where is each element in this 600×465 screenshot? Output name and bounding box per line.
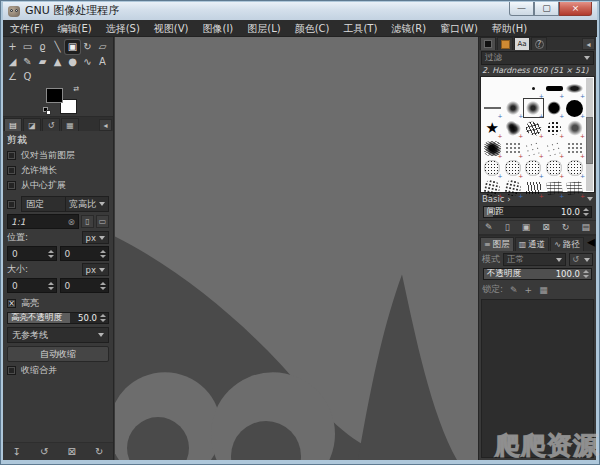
menu-item-0[interactable]: 文件(F) — [3, 20, 51, 37]
scrollbar-thumb[interactable] — [586, 117, 593, 164]
titlebar[interactable]: GNU 图像处理程序 — ▢ × — [3, 2, 597, 20]
brush-charcoal[interactable]: + — [482, 138, 503, 158]
aspect-ratio-input[interactable]: 1:1 ⊗ — [7, 214, 79, 229]
delete-brush-button[interactable]: ⊠ — [542, 222, 550, 232]
brush-empty-cell[interactable] — [503, 78, 524, 98]
text-tool-button[interactable]: A — [95, 55, 110, 69]
checkbox-allow-growing[interactable]: 允许增长 — [3, 163, 113, 178]
canvas-area[interactable] — [115, 37, 481, 460]
crop-tool-button[interactable]: ▣ — [65, 40, 80, 54]
aspect-ratio-dropdown[interactable]: 宽高比 — [65, 197, 108, 211]
brush-spray[interactable]: + — [564, 138, 585, 158]
lock-pixels-button[interactable]: ✎ — [510, 285, 518, 295]
checkbox-shrink-merged[interactable]: 收缩合并 — [3, 363, 113, 378]
brush-spray[interactable]: + — [503, 138, 524, 158]
tab-patterns[interactable] — [497, 37, 513, 50]
highlight-opacity-slider[interactable]: 高亮不透明度 50.0 — [7, 312, 109, 324]
brush-bar[interactable]: + — [544, 78, 565, 98]
tab-paths[interactable]: ∿ 路径 — [550, 237, 584, 251]
brush-soft1[interactable]: + — [523, 98, 544, 118]
menu-item-7[interactable]: 工具(T) — [336, 20, 384, 37]
default-colors-icon[interactable] — [43, 107, 51, 115]
lock-alpha-button[interactable]: ▦ — [539, 285, 548, 295]
gradient-tool-button[interactable]: ▲ — [50, 55, 65, 69]
position-y-spinner[interactable]: 0 — [60, 246, 110, 261]
menu-item-2[interactable]: 选择(S) — [99, 20, 147, 37]
brush-specks[interactable]: + — [523, 138, 544, 158]
brush-texcircle[interactable]: + — [503, 158, 524, 178]
tab-document-history[interactable]: ? — [531, 37, 547, 50]
delete-saved-settings-button[interactable]: ⊠ — [64, 446, 80, 457]
foreground-color-swatch[interactable] — [46, 88, 63, 103]
size-unit-dropdown[interactable]: px — [82, 263, 109, 276]
landscape-orientation-button[interactable]: ▭ — [96, 215, 109, 228]
menu-item-9[interactable]: 窗口(W) — [433, 20, 485, 37]
size-width-spinner[interactable]: 0 — [7, 278, 57, 293]
edit-brush-button[interactable]: ✎ — [485, 222, 493, 232]
brush-soft1[interactable]: + — [503, 98, 524, 118]
menu-item-8[interactable]: 滤镜(R) — [384, 20, 433, 37]
checkbox-box[interactable] — [7, 151, 16, 160]
brush-texcircle[interactable]: + — [544, 158, 565, 178]
guides-dropdown[interactable]: 无参考线 — [7, 327, 109, 343]
swap-colors-icon[interactable]: ⇄ — [73, 86, 79, 93]
brush-filter-input[interactable]: 过滤 — [481, 51, 594, 65]
pencil-tool-button[interactable]: ✎ — [20, 55, 35, 69]
brush-grass[interactable]: + — [523, 178, 544, 198]
refresh-brushes-button[interactable]: ↻ — [562, 222, 570, 232]
brush-grid-scrollbar[interactable] — [586, 78, 593, 191]
dock-collapse-button[interactable]: ◂ — [99, 119, 112, 131]
brush-sketch[interactable]: + — [564, 178, 585, 198]
checkbox-current-layer-only[interactable]: 仅对当前图层 — [3, 148, 113, 163]
new-brush-button[interactable]: ▯ — [505, 222, 510, 232]
position-unit-dropdown[interactable]: px — [82, 231, 109, 244]
checkbox-highlight[interactable]: × 高亮 — [3, 294, 113, 311]
dock-collapse-button[interactable]: ◂ — [587, 232, 595, 251]
auto-shrink-button[interactable]: 自动收缩 — [7, 346, 109, 362]
checkbox-box-checked[interactable]: × — [7, 299, 16, 308]
checkbox-box[interactable] — [7, 366, 16, 375]
dock-collapse-button[interactable]: ◂ — [582, 38, 595, 50]
fixed-control[interactable]: 固定 宽高比 — [21, 196, 109, 212]
measure-tool-button[interactable]: ∠ — [5, 70, 20, 84]
menu-item-1[interactable]: 编辑(E) — [51, 20, 99, 37]
open-brush-as-image-button[interactable]: ▤ — [581, 222, 590, 232]
undo-history-tab[interactable]: ↺ — [42, 118, 60, 131]
eraser-tool-button[interactable]: ▰ — [35, 55, 50, 69]
minimize-button[interactable]: — — [509, 2, 534, 16]
brush-tinydot[interactable]: + — [523, 78, 544, 98]
mode-switch-button[interactable]: ↺ — [569, 253, 593, 266]
brush-empty-cell[interactable] — [482, 78, 503, 98]
layer-mode-dropdown[interactable]: 正常 — [503, 253, 566, 266]
device-status-tab[interactable]: ◪ — [23, 118, 41, 131]
menu-item-6[interactable]: 颜色(C) — [288, 20, 337, 37]
fixed-checkbox[interactable] — [7, 200, 16, 209]
brush-splatter[interactable]: + — [544, 118, 565, 138]
transform-tool-button[interactable]: ↻ — [80, 40, 95, 54]
move-tool-button[interactable]: + — [5, 40, 20, 54]
rectangle-select-tool-button[interactable]: ▭ — [20, 40, 35, 54]
checkbox-box[interactable] — [7, 181, 16, 190]
menu-item-4[interactable]: 图像(I) — [196, 20, 241, 37]
zoom-tool-button[interactable]: Q — [20, 70, 35, 84]
bucket-fill-tool-button[interactable]: ◢ — [5, 55, 20, 69]
tab-brushes[interactable] — [480, 37, 496, 50]
brush-star[interactable]: ★+ — [482, 118, 503, 138]
menu-item-5[interactable]: 图层(L) — [240, 20, 287, 37]
checkbox-box[interactable] — [7, 166, 16, 175]
close-button[interactable]: × — [559, 2, 592, 16]
free-select-tool-button[interactable]: ϱ — [35, 40, 50, 54]
save-tool-preset-button[interactable]: ↧ — [9, 446, 25, 457]
menu-item-3[interactable]: 视图(V) — [147, 20, 196, 37]
brush-texblob[interactable]: + — [503, 178, 524, 198]
portrait-orientation-button[interactable]: ▯ — [81, 215, 94, 228]
fg-bg-color-widget[interactable]: ⇄ — [43, 86, 79, 116]
pointer-tab[interactable]: ▦ — [61, 118, 79, 131]
lock-position-button[interactable]: + — [525, 285, 533, 295]
position-x-spinner[interactable]: 0 — [7, 246, 57, 261]
checkbox-expand-from-center[interactable]: 从中心扩展 — [3, 178, 113, 193]
tool-options-tab[interactable]: ▤ — [4, 118, 22, 131]
tab-channels[interactable]: ▥ 通道 — [515, 237, 550, 251]
clone-tool-button[interactable]: ● — [65, 55, 80, 69]
brush-hard[interactable]: + — [544, 98, 565, 118]
